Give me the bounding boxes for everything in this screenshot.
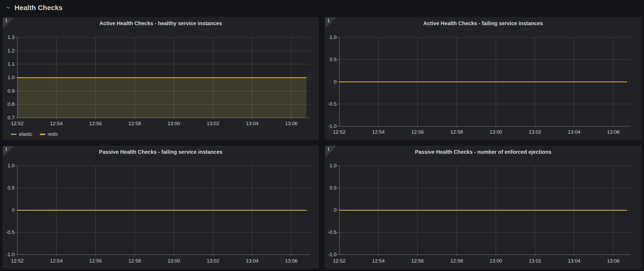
chart-plot-area[interactable] <box>17 166 310 255</box>
legend-series-label: redis <box>48 132 58 137</box>
x-axis-label: 12:56 <box>405 129 430 135</box>
chart-plot-area[interactable] <box>339 37 631 126</box>
x-axis-label: 13:06 <box>601 258 625 264</box>
grafana-panel: i Passive Health Checks - failing servic… <box>3 146 319 269</box>
y-axis-label: 0 <box>313 207 337 213</box>
chevron-down-icon <box>6 5 11 10</box>
row-title: Health Checks <box>15 4 63 12</box>
panel-title[interactable]: Active Health Checks - failing service i… <box>325 20 641 26</box>
y-axis-label: 0.5 <box>0 185 15 191</box>
y-axis-tick <box>337 59 339 60</box>
y-axis-label: 1.0 <box>0 75 15 80</box>
legend-series-label: elastic <box>19 132 32 137</box>
x-axis-label: 12:56 <box>83 258 108 264</box>
y-axis-label: -0.5 <box>313 229 337 235</box>
x-axis-label: 12:54 <box>44 258 69 264</box>
x-axis-label: 12:52 <box>5 121 29 127</box>
y-axis-tick <box>15 210 17 210</box>
legend-series-swatch <box>11 134 17 135</box>
y-axis-label: 0.7 <box>0 115 15 121</box>
y-axis-tick <box>15 118 17 118</box>
y-axis-tick <box>337 37 339 38</box>
y-axis-label: 1.2 <box>0 48 15 54</box>
y-axis-label: 1.0 <box>313 163 337 169</box>
panel-title[interactable]: Passive Health Checks - failing service … <box>3 149 319 155</box>
x-axis-label: 12:54 <box>44 121 69 127</box>
chart-legend: elasticredis <box>11 131 58 137</box>
y-axis-tick <box>15 51 17 51</box>
x-axis-label: 12:58 <box>445 129 469 135</box>
y-axis-tick <box>337 82 339 82</box>
y-axis-tick <box>15 77 17 78</box>
y-axis-label: 1.3 <box>0 34 15 40</box>
y-axis-label: 1.0 <box>313 34 337 40</box>
x-axis-label: 13:06 <box>279 121 303 127</box>
x-axis-label: 13:04 <box>562 129 586 135</box>
y-axis-tick <box>337 104 339 104</box>
y-axis-tick <box>337 232 339 233</box>
grafana-panel: i Active Health Checks - failing service… <box>325 17 641 140</box>
y-axis-label: 0.9 <box>0 88 15 94</box>
y-axis-label: -1.0 <box>313 123 337 129</box>
grafana-panel: i Passive Health Checks - number of enfo… <box>325 146 641 269</box>
y-axis-tick <box>337 210 339 210</box>
y-axis-label: 0 <box>0 207 15 213</box>
grafana-panel: i Active Health Checks - healthy service… <box>3 17 319 140</box>
x-axis-label: 12:52 <box>327 258 351 264</box>
panel-title[interactable]: Active Health Checks - healthy service i… <box>3 20 319 26</box>
y-axis-label: 0.5 <box>313 185 337 191</box>
x-axis-label: 13:00 <box>484 129 508 135</box>
x-axis-label: 13:04 <box>562 258 586 264</box>
y-axis-tick <box>15 91 17 91</box>
x-axis-label: 12:56 <box>83 121 108 127</box>
y-axis-tick <box>337 188 339 188</box>
y-axis-tick <box>337 254 339 255</box>
y-axis-tick <box>15 165 17 166</box>
panel-title[interactable]: Passive Health Checks - number of enforc… <box>325 149 641 155</box>
x-axis-label: 12:58 <box>445 258 469 264</box>
y-axis-label: -0.5 <box>313 101 337 107</box>
x-axis-label: 13:00 <box>162 258 186 264</box>
x-axis-label: 13:00 <box>162 121 186 127</box>
x-axis-label: 12:54 <box>366 129 391 135</box>
y-axis-tick <box>15 37 17 38</box>
dashboard-row-header[interactable]: Health Checks <box>0 0 644 15</box>
x-axis-label: 12:56 <box>405 258 430 264</box>
y-axis-tick <box>15 104 17 105</box>
y-axis-label: 0.5 <box>313 57 337 62</box>
x-axis-label: 12:52 <box>327 129 351 135</box>
y-axis-tick <box>15 64 17 64</box>
x-axis-label: 12:58 <box>123 121 147 127</box>
x-axis-label: 13:00 <box>484 258 508 264</box>
x-axis-label: 13:02 <box>201 121 225 127</box>
x-axis-label: 13:04 <box>240 121 264 127</box>
x-axis-label: 12:54 <box>366 258 391 264</box>
y-axis-label: -0.5 <box>0 229 15 235</box>
x-axis-label: 12:52 <box>5 258 29 264</box>
chart-plot-area[interactable] <box>17 37 310 118</box>
y-axis-tick <box>15 254 17 255</box>
y-axis-label: -1.0 <box>0 252 15 258</box>
chart-plot-area[interactable] <box>339 166 631 255</box>
y-axis-tick <box>15 232 17 233</box>
y-axis-tick <box>337 165 339 166</box>
legend-series-swatch <box>40 134 46 135</box>
legend-item[interactable]: redis <box>40 132 58 137</box>
x-axis-label: 13:02 <box>523 258 547 264</box>
y-axis-label: 1.0 <box>0 163 15 169</box>
x-axis-label: 13:06 <box>601 129 625 135</box>
y-axis-label: -1.0 <box>313 252 337 258</box>
y-axis-label: 1.1 <box>0 61 15 67</box>
legend-item[interactable]: elastic <box>11 132 32 137</box>
x-axis-label: 13:04 <box>240 258 264 264</box>
x-axis-label: 13:02 <box>523 129 547 135</box>
y-axis-tick <box>337 126 339 127</box>
y-axis-tick <box>15 188 17 188</box>
y-axis-label: 0.8 <box>0 101 15 107</box>
x-axis-label: 13:06 <box>279 258 303 264</box>
x-axis-label: 12:58 <box>123 258 147 264</box>
x-axis-label: 13:02 <box>201 258 225 264</box>
y-axis-label: 0 <box>313 79 337 85</box>
